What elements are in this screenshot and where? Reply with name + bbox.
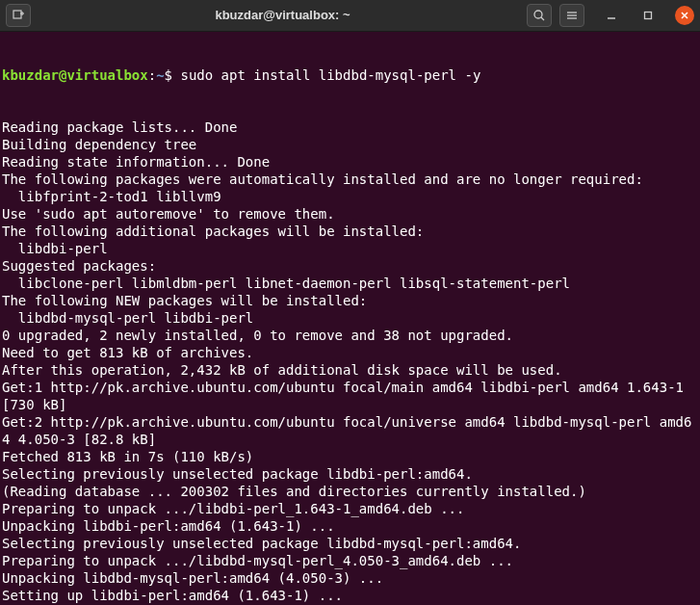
hamburger-icon xyxy=(565,9,579,22)
output-line: The following packages were automaticall… xyxy=(2,171,698,188)
output-line: Selecting previously unselected package … xyxy=(2,535,698,552)
svg-line-4 xyxy=(541,17,544,20)
window-title: kbuzdar@virtualbox: ~ xyxy=(39,7,527,24)
close-button[interactable] xyxy=(675,6,694,25)
search-button[interactable] xyxy=(527,4,552,27)
output-line: Use 'sudo apt autoremove' to remove them… xyxy=(2,205,698,223)
command-text: sudo apt install libdbd-mysql-perl -y xyxy=(180,67,480,83)
terminal-area[interactable]: kbuzdar@virtualbox:~$ sudo apt install l… xyxy=(0,32,700,605)
prompt-line: kbuzdar@virtualbox:~$ sudo apt install l… xyxy=(2,66,698,84)
output-line: The following additional packages will b… xyxy=(2,223,698,240)
titlebar-right xyxy=(527,4,694,27)
menu-button[interactable] xyxy=(559,4,584,27)
close-icon xyxy=(680,11,689,20)
output-line: Selecting previously unselected package … xyxy=(2,465,698,483)
output-line: Need to get 813 kB of archives. xyxy=(2,344,698,361)
output-line: Fetched 813 kB in 7s (110 kB/s) xyxy=(2,448,698,465)
output-line: Preparing to unpack .../libdbd-mysql-per… xyxy=(2,552,698,569)
output-line: Reading state information... Done xyxy=(2,153,698,171)
output-line: Building dependency tree xyxy=(2,136,698,153)
output-line: The following NEW packages will be insta… xyxy=(2,292,698,309)
maximize-button[interactable] xyxy=(638,6,658,25)
minimize-button[interactable] xyxy=(602,6,621,25)
output-container: Reading package lists... DoneBuilding de… xyxy=(2,118,698,605)
output-line: Suggested packages: xyxy=(2,257,698,275)
search-icon xyxy=(532,9,546,22)
output-line: libfprint-2-tod1 libllvm9 xyxy=(2,188,698,205)
svg-rect-9 xyxy=(645,13,652,19)
minimize-icon xyxy=(607,11,616,20)
maximize-icon xyxy=(643,11,653,20)
output-line: libdbd-mysql-perl libdbi-perl xyxy=(2,309,698,327)
output-line: Unpacking libdbd-mysql-perl:amd64 (4.050… xyxy=(2,569,698,587)
new-tab-button[interactable] xyxy=(6,4,31,27)
output-line: Setting up libdbi-perl:amd64 (1.643-1) .… xyxy=(2,587,698,604)
user-host: kbuzdar@virtualbox xyxy=(2,67,148,83)
output-line: After this operation, 2,432 kB of additi… xyxy=(2,361,698,379)
output-line: 0 upgraded, 2 newly installed, 0 to remo… xyxy=(2,327,698,344)
output-line: (Reading database ... 200302 files and d… xyxy=(2,483,698,500)
output-line: Get:2 http://pk.archive.ubuntu.com/ubunt… xyxy=(2,413,698,448)
output-line: libclone-perl libmldbm-perl libnet-daemo… xyxy=(2,275,698,292)
output-line: Unpacking libdbi-perl:amd64 (1.643-1) ..… xyxy=(2,517,698,535)
new-tab-icon xyxy=(12,9,25,22)
output-line: Get:1 http://pk.archive.ubuntu.com/ubunt… xyxy=(2,379,698,413)
svg-point-3 xyxy=(534,11,542,18)
output-line: Reading package lists... Done xyxy=(2,118,698,136)
prompt-path: ~ xyxy=(156,67,164,83)
output-line: Preparing to unpack .../libdbi-perl_1.64… xyxy=(2,500,698,517)
titlebar: kbuzdar@virtualbox: ~ xyxy=(0,0,700,32)
output-line: libdbi-perl xyxy=(2,240,698,257)
svg-rect-0 xyxy=(13,11,21,18)
prompt-symbol: $ xyxy=(165,67,172,83)
